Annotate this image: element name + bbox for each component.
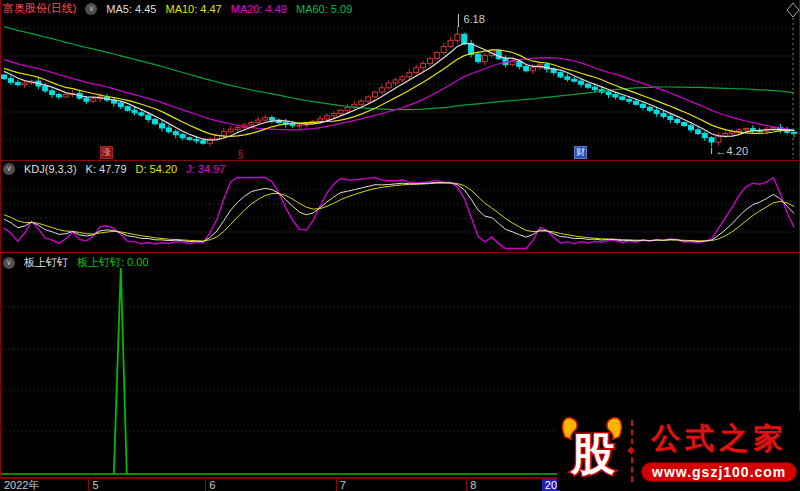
high-price-annotation: 6.18 [463, 13, 484, 25]
month-label-7: 7 [340, 479, 346, 491]
ma10-value: MA10: 4.47 [165, 3, 221, 15]
month-label-6: 6 [209, 479, 215, 491]
diamond-icon: ◆ [627, 444, 635, 455]
site-url[interactable]: www.gszj100.com [641, 462, 797, 482]
kdj-d-line [4, 183, 794, 241]
month-tick [466, 479, 467, 491]
news-marker-财[interactable]: 财 [574, 146, 587, 159]
logo-text-block: 公式之家 www.gszj100.com [641, 419, 797, 482]
signal-spike [114, 268, 127, 474]
panel-menu-icon[interactable]: ∨ [3, 257, 15, 269]
kdj-j-value: J: 34.97 [186, 163, 225, 175]
kdj-k-value: K: 47.79 [86, 163, 127, 175]
main-panel-header: 富奥股份(日线) ∨ MA5: 4.45 MA10: 4.47 MA20: 4.… [3, 1, 352, 16]
month-label-8: 8 [470, 479, 476, 491]
signal-panel-header: ∨ 板上钉钉 板上钉钉: 0.00 [3, 255, 149, 270]
kdj-panel-header: ∨ KDJ(9,3,3) K: 47.79 D: 54.20 J: 34.97 [3, 163, 225, 175]
panel-menu-icon[interactable]: ∨ [3, 163, 15, 175]
low-price-annotation: ←4.20 [716, 145, 748, 157]
site-name: 公式之家 [651, 419, 787, 459]
kdj-k-line [4, 182, 794, 241]
ma60-line [4, 27, 794, 110]
panel-menu-icon[interactable]: ∨ [85, 3, 97, 15]
kdj-j-line [4, 178, 794, 249]
logo-divider: ◆ [631, 420, 635, 482]
logo-character: 股 [570, 429, 615, 478]
news-marker-涨[interactable]: 涨 [100, 146, 113, 159]
stock-chart-window: 6.18←4.20 富奥股份(日线) ∨ MA5: 4.45 MA10: 4.4… [0, 0, 800, 491]
ma10-line [4, 50, 794, 137]
scroll-diamond-icon [787, 3, 799, 17]
month-tick [88, 479, 89, 491]
signal-value: 板上钉钉: 0.00 [77, 255, 149, 270]
signal-title: 板上钉钉 [24, 255, 68, 270]
stock-title: 富奥股份(日线) [3, 1, 76, 16]
bull-stock-mark: 股 [557, 411, 629, 490]
ma5-value: MA5: 4.45 [106, 3, 156, 15]
kdj-title: KDJ(9,3,3) [24, 163, 77, 175]
ma20-value: MA20: 4.49 [231, 3, 287, 15]
month-label-5: 5 [92, 479, 98, 491]
month-tick [336, 479, 337, 491]
month-tick [205, 479, 206, 491]
news-marker-§[interactable]: § [237, 149, 243, 160]
site-logo[interactable]: 股 ◆ 公式之家 www.gszj100.com [557, 411, 800, 490]
kdj-d-value: D: 54.20 [136, 163, 178, 175]
ma60-value: MA60: 5.09 [296, 3, 352, 15]
axis-year-label: 2022年 [4, 479, 39, 491]
